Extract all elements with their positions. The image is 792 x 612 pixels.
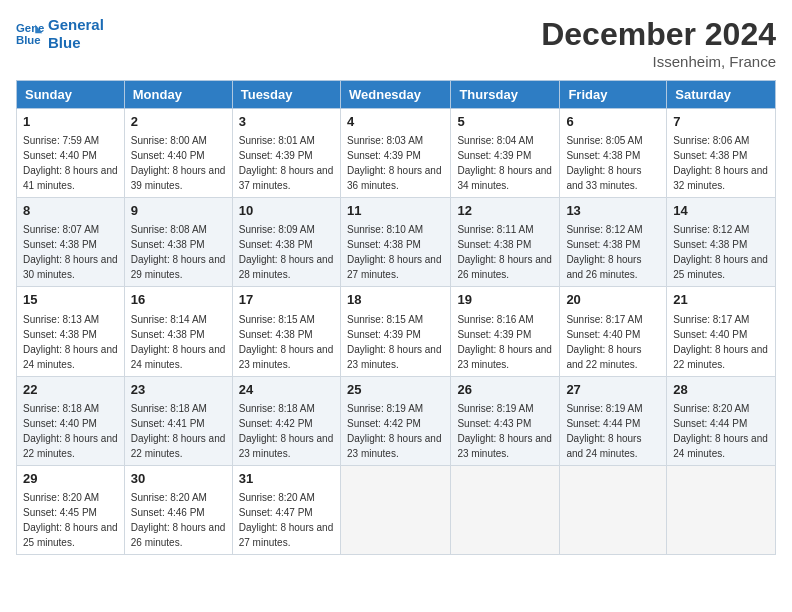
calendar-cell: 5 Sunrise: 8:04 AMSunset: 4:39 PMDayligh…	[451, 109, 560, 198]
cell-info: Sunrise: 8:18 AMSunset: 4:40 PMDaylight:…	[23, 403, 118, 459]
cell-info: Sunrise: 8:12 AMSunset: 4:38 PMDaylight:…	[673, 224, 768, 280]
cell-info: Sunrise: 8:11 AMSunset: 4:38 PMDaylight:…	[457, 224, 552, 280]
calendar-cell: 24 Sunrise: 8:18 AMSunset: 4:42 PMDaylig…	[232, 376, 340, 465]
calendar-cell	[451, 465, 560, 554]
svg-text:Blue: Blue	[16, 34, 41, 46]
cell-info: Sunrise: 8:17 AMSunset: 4:40 PMDaylight:…	[566, 314, 642, 370]
cell-info: Sunrise: 8:06 AMSunset: 4:38 PMDaylight:…	[673, 135, 768, 191]
day-number: 23	[131, 381, 226, 399]
cell-info: Sunrise: 8:19 AMSunset: 4:44 PMDaylight:…	[566, 403, 642, 459]
calendar-cell: 22 Sunrise: 8:18 AMSunset: 4:40 PMDaylig…	[17, 376, 125, 465]
cell-info: Sunrise: 8:12 AMSunset: 4:38 PMDaylight:…	[566, 224, 642, 280]
location-subtitle: Issenheim, France	[541, 53, 776, 70]
day-of-week-header: Wednesday	[340, 81, 450, 109]
day-of-week-header: Monday	[124, 81, 232, 109]
day-number: 2	[131, 113, 226, 131]
cell-info: Sunrise: 8:10 AMSunset: 4:38 PMDaylight:…	[347, 224, 442, 280]
calendar-week-row: 8 Sunrise: 8:07 AMSunset: 4:38 PMDayligh…	[17, 198, 776, 287]
calendar-cell: 28 Sunrise: 8:20 AMSunset: 4:44 PMDaylig…	[667, 376, 776, 465]
cell-info: Sunrise: 8:14 AMSunset: 4:38 PMDaylight:…	[131, 314, 226, 370]
calendar-cell: 29 Sunrise: 8:20 AMSunset: 4:45 PMDaylig…	[17, 465, 125, 554]
day-number: 21	[673, 291, 769, 309]
calendar-cell: 2 Sunrise: 8:00 AMSunset: 4:40 PMDayligh…	[124, 109, 232, 198]
cell-info: Sunrise: 8:09 AMSunset: 4:38 PMDaylight:…	[239, 224, 334, 280]
calendar-body: 1 Sunrise: 7:59 AMSunset: 4:40 PMDayligh…	[17, 109, 776, 555]
calendar-cell: 7 Sunrise: 8:06 AMSunset: 4:38 PMDayligh…	[667, 109, 776, 198]
calendar-cell	[667, 465, 776, 554]
day-number: 19	[457, 291, 553, 309]
calendar-cell: 25 Sunrise: 8:19 AMSunset: 4:42 PMDaylig…	[340, 376, 450, 465]
cell-info: Sunrise: 8:19 AMSunset: 4:43 PMDaylight:…	[457, 403, 552, 459]
calendar-cell: 6 Sunrise: 8:05 AMSunset: 4:38 PMDayligh…	[560, 109, 667, 198]
logo-icon: General Blue	[16, 20, 44, 48]
day-number: 27	[566, 381, 660, 399]
calendar-week-row: 29 Sunrise: 8:20 AMSunset: 4:45 PMDaylig…	[17, 465, 776, 554]
cell-info: Sunrise: 8:07 AMSunset: 4:38 PMDaylight:…	[23, 224, 118, 280]
calendar-cell: 13 Sunrise: 8:12 AMSunset: 4:38 PMDaylig…	[560, 198, 667, 287]
day-number: 13	[566, 202, 660, 220]
day-number: 4	[347, 113, 444, 131]
calendar-cell: 15 Sunrise: 8:13 AMSunset: 4:38 PMDaylig…	[17, 287, 125, 376]
cell-info: Sunrise: 8:18 AMSunset: 4:42 PMDaylight:…	[239, 403, 334, 459]
calendar-header-row: SundayMondayTuesdayWednesdayThursdayFrid…	[17, 81, 776, 109]
day-number: 18	[347, 291, 444, 309]
calendar-cell: 20 Sunrise: 8:17 AMSunset: 4:40 PMDaylig…	[560, 287, 667, 376]
day-number: 8	[23, 202, 118, 220]
calendar-cell: 10 Sunrise: 8:09 AMSunset: 4:38 PMDaylig…	[232, 198, 340, 287]
day-of-week-header: Tuesday	[232, 81, 340, 109]
day-number: 5	[457, 113, 553, 131]
calendar-table: SundayMondayTuesdayWednesdayThursdayFrid…	[16, 80, 776, 555]
day-number: 25	[347, 381, 444, 399]
calendar-cell: 1 Sunrise: 7:59 AMSunset: 4:40 PMDayligh…	[17, 109, 125, 198]
cell-info: Sunrise: 8:17 AMSunset: 4:40 PMDaylight:…	[673, 314, 768, 370]
calendar-cell: 21 Sunrise: 8:17 AMSunset: 4:40 PMDaylig…	[667, 287, 776, 376]
page-header: General Blue GeneralBlue December 2024 I…	[16, 16, 776, 70]
day-number: 7	[673, 113, 769, 131]
day-of-week-header: Sunday	[17, 81, 125, 109]
cell-info: Sunrise: 8:20 AMSunset: 4:46 PMDaylight:…	[131, 492, 226, 548]
cell-info: Sunrise: 8:04 AMSunset: 4:39 PMDaylight:…	[457, 135, 552, 191]
day-number: 28	[673, 381, 769, 399]
cell-info: Sunrise: 8:13 AMSunset: 4:38 PMDaylight:…	[23, 314, 118, 370]
day-number: 16	[131, 291, 226, 309]
day-number: 29	[23, 470, 118, 488]
day-number: 15	[23, 291, 118, 309]
calendar-cell: 27 Sunrise: 8:19 AMSunset: 4:44 PMDaylig…	[560, 376, 667, 465]
calendar-cell: 14 Sunrise: 8:12 AMSunset: 4:38 PMDaylig…	[667, 198, 776, 287]
day-number: 6	[566, 113, 660, 131]
day-number: 10	[239, 202, 334, 220]
day-number: 9	[131, 202, 226, 220]
day-number: 1	[23, 113, 118, 131]
day-number: 22	[23, 381, 118, 399]
day-number: 24	[239, 381, 334, 399]
day-number: 12	[457, 202, 553, 220]
calendar-cell: 17 Sunrise: 8:15 AMSunset: 4:38 PMDaylig…	[232, 287, 340, 376]
cell-info: Sunrise: 8:01 AMSunset: 4:39 PMDaylight:…	[239, 135, 334, 191]
calendar-cell	[340, 465, 450, 554]
day-number: 3	[239, 113, 334, 131]
day-number: 11	[347, 202, 444, 220]
cell-info: Sunrise: 8:05 AMSunset: 4:38 PMDaylight:…	[566, 135, 642, 191]
calendar-cell	[560, 465, 667, 554]
calendar-cell: 3 Sunrise: 8:01 AMSunset: 4:39 PMDayligh…	[232, 109, 340, 198]
cell-info: Sunrise: 8:20 AMSunset: 4:47 PMDaylight:…	[239, 492, 334, 548]
cell-info: Sunrise: 8:03 AMSunset: 4:39 PMDaylight:…	[347, 135, 442, 191]
day-of-week-header: Saturday	[667, 81, 776, 109]
title-area: December 2024 Issenheim, France	[541, 16, 776, 70]
day-number: 30	[131, 470, 226, 488]
day-number: 17	[239, 291, 334, 309]
logo: General Blue GeneralBlue	[16, 16, 104, 52]
cell-info: Sunrise: 8:16 AMSunset: 4:39 PMDaylight:…	[457, 314, 552, 370]
cell-info: Sunrise: 7:59 AMSunset: 4:40 PMDaylight:…	[23, 135, 118, 191]
day-of-week-header: Friday	[560, 81, 667, 109]
calendar-cell: 26 Sunrise: 8:19 AMSunset: 4:43 PMDaylig…	[451, 376, 560, 465]
month-title: December 2024	[541, 16, 776, 53]
calendar-cell: 19 Sunrise: 8:16 AMSunset: 4:39 PMDaylig…	[451, 287, 560, 376]
calendar-week-row: 1 Sunrise: 7:59 AMSunset: 4:40 PMDayligh…	[17, 109, 776, 198]
cell-info: Sunrise: 8:15 AMSunset: 4:39 PMDaylight:…	[347, 314, 442, 370]
cell-info: Sunrise: 8:08 AMSunset: 4:38 PMDaylight:…	[131, 224, 226, 280]
day-number: 31	[239, 470, 334, 488]
day-number: 14	[673, 202, 769, 220]
day-of-week-header: Thursday	[451, 81, 560, 109]
calendar-cell: 16 Sunrise: 8:14 AMSunset: 4:38 PMDaylig…	[124, 287, 232, 376]
